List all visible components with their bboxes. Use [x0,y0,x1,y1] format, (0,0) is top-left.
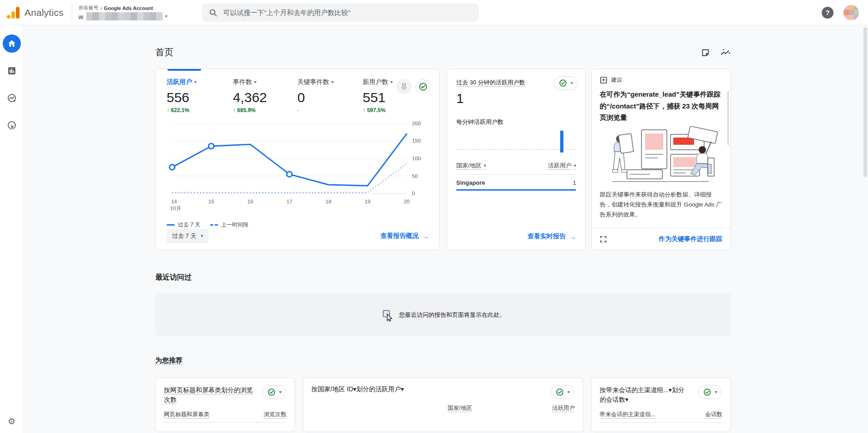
sidebar-item-reports[interactable] [3,62,21,80]
realtime-metric-selector[interactable]: 活跃用户▾ [548,162,576,170]
breadcrumb-account[interactable]: Google Ads Account [104,5,153,11]
svg-text:50: 50 [412,173,418,179]
metric-delta: ↑ 622.1% [167,107,233,113]
date-range-label: 过去 7 天 [172,232,196,240]
account-property-selector[interactable]: 所有账号 › Google Ads Account w ▾ [79,5,168,20]
cursor-click-icon [381,308,395,322]
check-circle-icon [559,79,567,87]
dropdown-arrow-icon: ▾ [571,81,573,85]
svg-text:200: 200 [412,120,421,126]
insights-icon [720,48,731,57]
track-key-event-link[interactable]: 作为关键事件进行跟踪 [659,235,722,243]
card-title[interactable]: 按带来会话的主渠道组...▾划分的会话数▾ [600,385,690,404]
recent-empty-panel: 您最近访问的报告和页面将显示在此处。 [155,293,731,336]
svg-text:18: 18 [326,198,332,204]
metric-selector-events[interactable]: 事件数 ▾ [233,78,297,86]
page-scrollbar-thumb[interactable] [863,27,867,177]
divider [456,174,576,175]
svg-text:0: 0 [412,190,415,196]
breadcrumb-chevron-icon: › [100,5,102,11]
dropdown-arrow-icon: ▾ [567,390,570,394]
topbar-divider [72,5,72,20]
suggestion-badge-label: 建议 [611,76,622,84]
sidebar-item-explore[interactable] [3,89,21,107]
recommended-card-active-users-by-country: 按国家/地区 ID▾划分的活跃用户▾ ▾ 国家/地区 活跃用户 [303,378,583,432]
dropdown-arrow-icon: ▾ [279,390,281,394]
metric-label: 关键事件数 [297,78,329,86]
metric-delta: - [297,107,363,113]
column-header: 网页标题和屏幕类 [164,411,209,418]
dropdown-arrow-icon: ▾ [574,163,576,168]
dropdown-arrow-icon: ▾ [715,390,717,394]
dropdown-arrow-icon: ▾ [254,80,256,84]
data-quality-button[interactable]: ▾ [262,385,286,399]
realtime-dimension-selector[interactable]: 国家/地区▾ [456,162,486,170]
property-name-prefix: w [79,13,84,20]
card-scrollbar-thumb[interactable] [727,91,729,145]
explore-icon [7,93,17,103]
sidebar-item-admin[interactable]: ⚙ [8,416,15,427]
data-quality-button[interactable]: ▾ [698,385,722,399]
view-reports-snapshot-link[interactable]: 查看报告概况→ [380,232,429,240]
users-cell: 1 [573,179,576,186]
property-selector[interactable]: w ▾ [79,12,168,20]
dropdown-arrow-icon: ▾ [201,234,203,238]
metric-value: 0 [297,90,363,105]
svg-text:19: 19 [365,198,370,204]
realtime-data-quality-button[interactable]: ▾ [554,76,578,90]
arrow-right-icon: → [569,233,576,241]
sidebar-item-home[interactable] [3,34,21,53]
note-button[interactable] [701,48,710,57]
analytics-logo-icon [6,7,20,19]
insights-button[interactable] [720,48,731,57]
help-icon[interactable]: ? [822,7,833,19]
metric-selector-key-events[interactable]: 关键事件数 ▾ [297,78,363,86]
realtime-active-users-value: 1 [456,91,576,106]
search-bar[interactable] [202,4,479,22]
top-app-bar: Analytics 所有账号 › Google Ads Account w ▾ … [0,0,868,25]
column-header: 浏览次数 [264,411,286,418]
data-quality-button[interactable]: ▾ [551,385,575,399]
avatar[interactable] [843,5,859,20]
svg-text:15: 15 [208,198,215,204]
check-circle-icon [267,388,276,396]
sidebar-item-advertising[interactable] [3,116,21,134]
legend-solid-swatch [167,224,175,226]
data-quality-button[interactable] [415,79,431,94]
search-input[interactable] [223,9,472,16]
metric-selector-active-users[interactable]: 活跃用户 ▾ [167,78,233,86]
legend-dashed-swatch [210,224,218,226]
bar-chart-icon [7,66,17,76]
divider [164,422,286,423]
analytics-logo[interactable]: Analytics [0,7,72,19]
benchmarking-button[interactable] [396,79,412,94]
breadcrumb[interactable]: 所有账号 › Google Ads Account [79,5,168,11]
note-icon [701,48,710,57]
page-scrollbar[interactable] [863,25,868,433]
realtime-title: 过去 30 分钟的活跃用户数 [456,78,540,87]
dropdown-arrow-icon: ▾ [331,80,334,84]
svg-text:100: 100 [412,155,421,161]
view-realtime-link[interactable]: 查看实时报告→ [528,232,576,241]
row-proportion-bar [456,189,576,191]
trend-line-chart: 0501001502001415161718192010月 [167,119,431,220]
baseline [456,149,576,150]
svg-text:10月: 10月 [170,205,181,211]
svg-text:150: 150 [412,138,421,143]
card-title[interactable]: 按国家/地区 ID▾划分的活跃用户▾ [311,385,448,424]
suggestion-title: 在可作为“generate_lead”关键事件跟踪的“/contact”路径下，… [600,89,722,123]
column-header: 国家/地区 [448,404,472,412]
recent-section-title: 最近访问过 [155,273,731,282]
per-minute-label: 每分钟活跃用户数 [456,118,576,126]
date-range-selector[interactable]: 过去 7 天 ▾ [167,229,209,243]
svg-text:16: 16 [247,198,253,204]
insight-badge-icon [600,76,607,84]
breadcrumb-all-accounts[interactable]: 所有账号 [79,5,99,11]
suggestion-card: 建议 在可作为“generate_lead”关键事件跟踪的“/contact”路… [591,69,731,250]
expand-icon[interactable] [600,236,607,243]
gear-icon: ⚙ [8,417,15,426]
column-header: 会话数 [705,411,723,418]
per-minute-bar-chart [456,131,576,153]
product-name: Analytics [25,7,64,18]
selected-tab-indicator [168,69,201,71]
